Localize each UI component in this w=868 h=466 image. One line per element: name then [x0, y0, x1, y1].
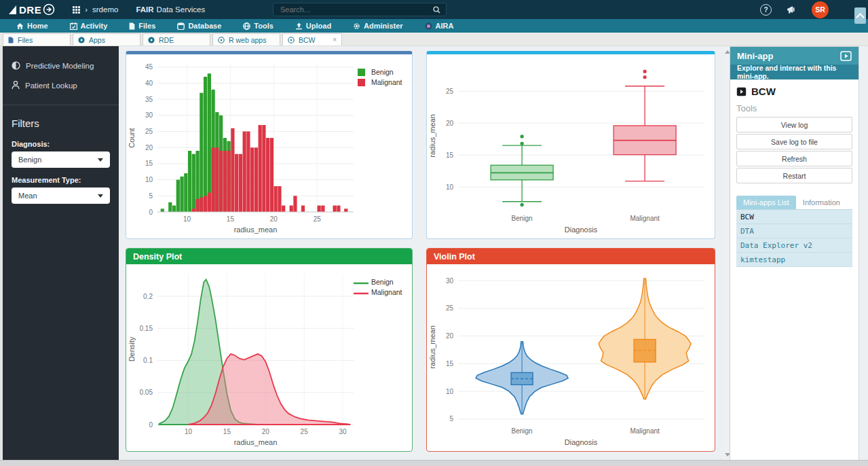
tab-information[interactable]: Information [796, 196, 847, 209]
aira-icon [425, 22, 432, 30]
tab-rde[interactable]: RDE [143, 33, 210, 46]
nav-item-home[interactable]: Home [7, 19, 58, 33]
nav-item-files[interactable]: Files [119, 19, 165, 33]
svg-text:10: 10 [446, 183, 454, 191]
tab-label: BCW [299, 36, 316, 44]
main-navbar: Home Activity Files Database Tools Uploa… [0, 19, 868, 33]
svg-text:20: 20 [145, 144, 153, 151]
divider [3, 105, 119, 105]
svg-text:25: 25 [145, 128, 153, 135]
workspace-name[interactable]: srdemo [92, 5, 118, 14]
open-mini-app-icon[interactable] [840, 51, 852, 61]
diagnosis-value: Benign [18, 156, 41, 164]
chevron-down-icon [98, 158, 103, 162]
mini-app-name: BCW [751, 86, 776, 97]
nav-item-activity[interactable]: Activity [60, 19, 117, 33]
sidebar-item-patient-lookup[interactable]: Patient Lookup [3, 75, 119, 95]
refresh-button[interactable]: Refresh [736, 151, 852, 166]
svg-text:10: 10 [185, 428, 193, 435]
tab-label: Apps [89, 36, 105, 44]
sidebar-item-label: Patient Lookup [25, 82, 77, 90]
help-icon[interactable]: ? [760, 4, 772, 16]
svg-text:30: 30 [339, 428, 347, 435]
nav-item-aira[interactable]: AIRA [415, 19, 464, 33]
svg-text:5: 5 [149, 192, 153, 200]
measurement-type-label: Measurement Type: [3, 168, 119, 187]
search-input[interactable] [279, 5, 433, 14]
svg-text:30: 30 [446, 277, 454, 285]
svg-text:radius_mean: radius_mean [234, 438, 278, 446]
play-outline-icon [218, 37, 225, 43]
diagnosis-select[interactable]: Benign [12, 151, 110, 168]
sidebar-item-predictive-modeling[interactable]: Predictive Modeling [3, 56, 119, 75]
svg-text:20: 20 [270, 215, 278, 223]
search-icon[interactable] [433, 6, 440, 14]
file-icon [129, 22, 135, 30]
svg-text:15: 15 [227, 215, 235, 223]
top-bar: DRE › srdemo FAIRData Services ? SR [0, 0, 868, 19]
view-log-button[interactable]: View log [736, 117, 852, 132]
violin-card: Violin Plot 51015202530Diagnosisradius_m… [426, 248, 715, 452]
tab-close-icon[interactable]: × [333, 36, 337, 43]
scroll-up-button[interactable] [854, 7, 866, 24]
play-outline-icon [288, 37, 295, 43]
svg-text:20: 20 [446, 332, 454, 340]
nav-item-upload[interactable]: Upload [286, 19, 341, 33]
nav-item-administer[interactable]: Administer [343, 19, 412, 33]
tab-bar: Files Apps RDE R web apps BCW × [0, 33, 868, 46]
svg-text:radius_mean: radius_mean [234, 226, 278, 234]
save-log-button[interactable]: Save log to file [736, 134, 852, 149]
bottom-scrollbar-strip[interactable] [0, 460, 868, 466]
svg-text:25: 25 [314, 215, 322, 223]
svg-text:20: 20 [446, 120, 454, 127]
left-sidebar: Predictive Modeling Patient Lookup Filte… [0, 46, 119, 461]
avatar[interactable]: SR [812, 1, 829, 18]
announcements-icon[interactable] [787, 5, 797, 14]
mini-app-list-item-kimtestapp[interactable]: kimtestapp [736, 253, 852, 267]
mini-app-header: Mini-app [730, 47, 858, 65]
breadcrumb-separator: › [85, 5, 88, 14]
svg-text:30: 30 [145, 111, 153, 119]
nav-item-tools[interactable]: Tools [233, 19, 283, 33]
svg-text:15: 15 [446, 360, 454, 368]
play-filled-icon [78, 37, 85, 43]
content-scrollbar[interactable] [724, 46, 730, 461]
mini-app-list-item-data-explorer[interactable]: Data Explorer v2 [736, 238, 852, 253]
tab-mini-apps-list[interactable]: Mini-apps List [736, 196, 796, 209]
dre-logo[interactable]: DRE [8, 3, 55, 16]
nav-item-database[interactable]: Database [168, 19, 231, 33]
tab-apps[interactable]: Apps [73, 33, 140, 46]
gear-icon [353, 22, 360, 30]
search-bar[interactable] [273, 3, 447, 16]
svg-text:10: 10 [183, 215, 191, 223]
svg-text:Density: Density [128, 336, 136, 361]
svg-text:0.15: 0.15 [140, 325, 153, 332]
upload-icon [295, 22, 303, 30]
tab-label: Files [18, 36, 33, 44]
svg-text:Diagnosis: Diagnosis [565, 226, 598, 234]
mini-app-name-row: BCW [736, 86, 852, 97]
mini-apps-list: BCW DTA Data Explorer v2 kimtestapp [736, 210, 852, 267]
nav-label: Administer [364, 22, 402, 30]
logo-text: DRE [19, 4, 41, 16]
tab-files[interactable]: Files [3, 33, 71, 46]
sidebar-item-label: Predictive Modeling [26, 62, 94, 70]
app-grid-icon[interactable] [73, 6, 80, 14]
mini-app-panel: Mini-app Explore and interact with this … [730, 46, 859, 461]
svg-text:15: 15 [223, 428, 231, 435]
tab-r-web-apps[interactable]: R web apps [212, 33, 280, 46]
svg-text:0: 0 [149, 421, 153, 429]
nav-label: Tools [254, 22, 273, 30]
tab-label: R web apps [229, 36, 266, 44]
measurement-type-select[interactable]: Mean [12, 187, 110, 204]
fair-data-services[interactable]: FAIRData Services [136, 5, 205, 14]
mini-app-subtitle: Explore and interact with this mini-app. [730, 65, 858, 79]
application-window: { "topbar": { "logo": "DRE", "workspace"… [0, 0, 868, 466]
mini-app-list-item-bcw[interactable]: BCW [736, 210, 852, 224]
mini-app-list-item-dta[interactable]: DTA [736, 224, 852, 238]
tab-bcw[interactable]: BCW × [282, 33, 342, 46]
svg-text:10: 10 [145, 176, 153, 183]
violin-chart: 51015202530Diagnosisradius_meanBenignMal… [427, 264, 715, 449]
home-icon [16, 22, 24, 30]
restart-button[interactable]: Restart [736, 168, 852, 183]
